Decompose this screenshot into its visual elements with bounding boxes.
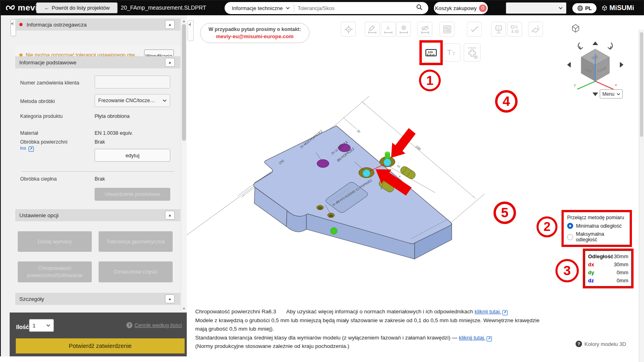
- svg-text:T: T: [447, 49, 452, 57]
- viewcube-menu-button[interactable]: Menu: [600, 89, 623, 99]
- basic-info-header: Informacje podstawowe ▲: [15, 56, 180, 68]
- text-size-tool-button[interactable]: TT: [444, 43, 460, 62]
- app-window: meviy ← Powrót do listy projektów 20_FAm…: [0, 0, 644, 356]
- quantity-select[interactable]: 1: [29, 319, 54, 332]
- rotate-right-arrow[interactable]: [620, 62, 623, 68]
- options-title: Ustawienie opcji: [19, 212, 59, 218]
- collapse-options-button[interactable]: ▲: [165, 211, 175, 220]
- search-icon[interactable]: [416, 4, 428, 12]
- order-number-input[interactable]: [95, 76, 170, 88]
- text-dimension-tool-button[interactable]: A: [381, 22, 396, 37]
- pricing-by-quantity-link[interactable]: ? Cennik według ilości: [126, 322, 182, 328]
- distance-readout-box: Odległość30mm dx30mm dy0mm dz0mm: [583, 249, 634, 288]
- remove-dimension-icon: [399, 25, 409, 34]
- file-title: 20_FAmp_measurement.SLDPRT: [121, 4, 206, 11]
- warning-section: Informacja ostrzegawcza ▲: [15, 19, 180, 31]
- annotation-circle-1: 1: [419, 70, 441, 91]
- svg-text:T: T: [452, 51, 455, 56]
- divider: [22, 171, 174, 172]
- radio-selected-icon: [567, 223, 573, 229]
- sidebar-scrollbar[interactable]: ▲ ▼: [181, 19, 187, 311]
- page-scrollbar[interactable]: [639, 30, 644, 362]
- warning-section-header: Informacja ostrzegawcza ▲: [15, 19, 180, 31]
- edit-dimension-tool-button[interactable]: [365, 22, 380, 37]
- annotation-circle-2: 2: [537, 216, 557, 237]
- letter-dimension-icon: A: [384, 25, 393, 34]
- dy-row: dy0mm: [588, 269, 628, 276]
- radio-min-distance[interactable]: Minimalna odległość: [567, 223, 626, 229]
- rotate-right-icon[interactable]: [608, 43, 613, 49]
- edit-button[interactable]: edytuj: [95, 149, 170, 162]
- note-line-1: Chropowatość powierzchni Ra6.3 Aby uzysk…: [195, 307, 539, 316]
- search-category-dropdown[interactable]: Informacje techniczne: [225, 4, 294, 12]
- through-hardening-button: Utwardzanie przelotowe: [95, 188, 170, 201]
- six-views-tool-button[interactable]: 6VIEWS: [464, 43, 481, 62]
- six-views-icon: 6VIEWS: [466, 46, 479, 60]
- collapse-basic-button[interactable]: ▲: [165, 58, 175, 67]
- rotate-left-arrow[interactable]: [567, 62, 571, 68]
- cart-count-badge: 0: [479, 4, 487, 12]
- rotate-left-icon[interactable]: [578, 43, 583, 49]
- red-dot-icon: [19, 23, 23, 26]
- material-value: EN 1.0038 equiv.: [95, 130, 133, 136]
- holes-grid-icon: [442, 25, 452, 34]
- cart-label: Koszyk zakupowy: [435, 5, 477, 11]
- geometric-tolerance-tool-button[interactable]: [507, 22, 522, 37]
- back-to-projects-button[interactable]: ← Powrót do listy projektów: [36, 2, 118, 13]
- details-title: Szczegóły: [19, 296, 44, 302]
- delete-dimension-tool-button[interactable]: [396, 22, 411, 37]
- hide-dimension-tool-button[interactable]: [417, 22, 432, 37]
- collapse-details-button[interactable]: ▲: [165, 294, 175, 303]
- scrollbar-thumb[interactable]: [182, 24, 186, 141]
- distance-row: Odległość30mm: [588, 253, 628, 259]
- model-colors-link[interactable]: ? Kolory modelu 3D: [576, 341, 626, 347]
- viewer-collapse-handle[interactable]: ◂▏: [188, 20, 194, 41]
- misumi-name: MiSUMi: [609, 4, 634, 12]
- left-panel: ▸▏ Informacja ostrzegawcza ▲ Nie można r…: [1, 15, 187, 356]
- dz-label: dz: [588, 278, 594, 284]
- annotation-highlight-box-1: [419, 40, 443, 65]
- chamfer-tool-button[interactable]: [528, 22, 543, 37]
- radio-max-distance[interactable]: Maksymalna odległość: [567, 231, 626, 243]
- cart-button[interactable]: Koszyk zakupowy 0: [434, 2, 488, 14]
- dy-label: dy: [588, 269, 594, 276]
- add-dimensions-button: Dodaj wymiary: [18, 231, 92, 252]
- cube-outline-icon[interactable]: [572, 25, 579, 32]
- radio-unselected-icon: [567, 234, 573, 240]
- heat-value: Brak: [95, 176, 105, 182]
- external-link-icon: ↗: [502, 310, 508, 315]
- scrollbar-thumb[interactable]: [640, 32, 643, 137]
- heat-label: Obróbka cieplna: [20, 176, 57, 182]
- check-surface-icon: [470, 25, 479, 34]
- label-balloon-icon: A: [494, 25, 504, 34]
- surface-check-tool-button[interactable]: [467, 22, 482, 37]
- misumi-cube-icon: [601, 5, 608, 11]
- datum-tolerance-icon: [510, 25, 520, 34]
- probe-point-tool-button[interactable]: [341, 22, 356, 37]
- dx-label: dx: [588, 261, 594, 267]
- contact-email-link[interactable]: meviy-eu@misumi-europe.com: [200, 33, 309, 39]
- pencil-dimension-icon: [367, 25, 377, 34]
- language-button[interactable]: PL: [572, 3, 597, 13]
- rotate-up-arrow[interactable]: [592, 41, 598, 45]
- settings-dropdown[interactable]: [506, 2, 566, 14]
- annotation-circle-5: 5: [493, 202, 516, 224]
- method-select[interactable]: Frezowanie CNC/tocze…: [95, 94, 170, 107]
- click-here-link-1[interactable]: kliknij tutaj.: [475, 309, 501, 315]
- scroll-down-icon[interactable]: ▼: [181, 307, 187, 311]
- options-section: Ustawienie opcji ▲: [15, 209, 180, 221]
- materials-note: Aby uzyskać więcej informacji o normach …: [286, 309, 473, 315]
- search-input[interactable]: [294, 5, 416, 11]
- collapse-warning-button[interactable]: ▲: [165, 20, 175, 29]
- measure-method-title: Przełącz metodę pomiaru: [567, 215, 626, 220]
- scroll-up-icon[interactable]: ▲: [181, 19, 187, 23]
- confirm-approval-button[interactable]: Potwierdź zatwierdzenie: [16, 338, 185, 354]
- dy-value: 0mm: [617, 269, 628, 276]
- click-here-link-2[interactable]: kliknij tutaj.: [459, 335, 485, 341]
- rotate-down-arrow[interactable]: [592, 93, 598, 96]
- top-bar: meviy ← Powrót do listy projektów 20_FAm…: [1, 1, 643, 15]
- hole-info-tool-button[interactable]: [440, 22, 454, 37]
- annotation-tool-button[interactable]: A: [491, 22, 506, 37]
- order-footer: Ilość 1 ? Cennik według ilości Potwierdź…: [10, 313, 187, 356]
- ins-external-link[interactable]: Ins ↗: [20, 146, 34, 152]
